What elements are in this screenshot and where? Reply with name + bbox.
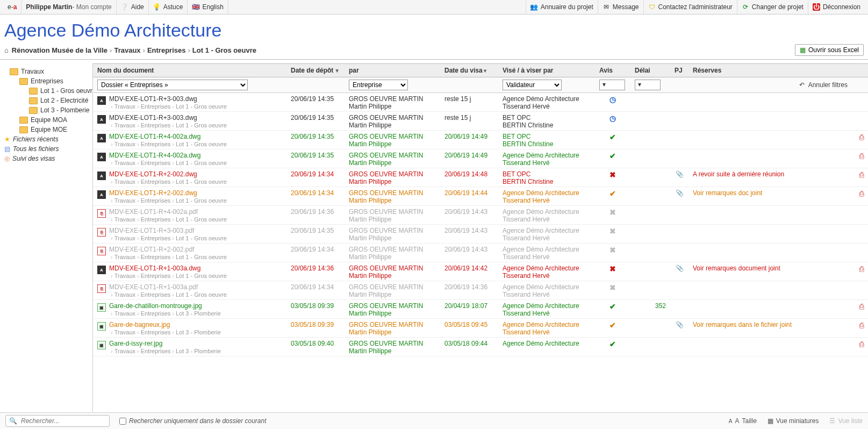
excel-icon: ▦ <box>800 46 806 54</box>
page-title: Agence Démo Architecture <box>0 15 868 44</box>
admin-label: Contactez l'administrateur <box>658 3 733 11</box>
shield-icon: 🛡 <box>648 3 656 11</box>
user-suffix: - Mon compte <box>72 3 111 11</box>
logout-link[interactable]: ⏻ Déconnexion <box>808 0 865 14</box>
breadcrumb-row: ⌂ Rénovation Musée de la Ville› Travaux›… <box>0 44 868 60</box>
breadcrumb: ⌂ Rénovation Musée de la Ville› Travaux›… <box>4 46 256 54</box>
mail-icon: ✉ <box>602 3 610 11</box>
directory-link[interactable]: 👥 Annuaire du projet <box>526 0 598 14</box>
bulb-icon: 💡 <box>153 3 161 11</box>
topbar: e-a Philippe Martin - Mon compte ❔ Aide … <box>0 0 868 15</box>
lang-label: English <box>202 3 223 11</box>
brand-prefix: e- <box>8 3 13 11</box>
power-icon: ⏻ <box>813 3 820 11</box>
switch-project-link[interactable]: ⟳ Changer de projet <box>737 0 808 14</box>
directory-label: Annuaire du projet <box>541 3 593 11</box>
excel-label: Ouvrir sous Excel <box>808 46 859 54</box>
crumb-0[interactable]: Rénovation Musée de la Ville <box>12 46 107 54</box>
crumb-3[interactable]: Lot 1 - Gros oeuvre <box>192 46 256 54</box>
crumb-1[interactable]: Travaux <box>114 46 140 54</box>
user-name: Philippe Martin <box>26 3 72 11</box>
open-excel-button[interactable]: ▦ Ouvrir sous Excel <box>795 44 864 56</box>
tip-label: Astuce <box>163 3 183 11</box>
contact-admin-link[interactable]: 🛡 Contactez l'administrateur <box>643 0 737 14</box>
message-label: Message <box>613 3 639 11</box>
crumb-2[interactable]: Entreprises <box>147 46 186 54</box>
tip-link[interactable]: 💡 Astuce <box>149 0 188 14</box>
language-switch[interactable]: 🇬🇧 English <box>188 0 228 14</box>
brand-suffix: a <box>13 3 17 11</box>
help-label: Aide <box>131 3 144 11</box>
flag-icon: 🇬🇧 <box>192 3 199 11</box>
message-link[interactable]: ✉ Message <box>598 0 643 14</box>
help-link[interactable]: ❔ Aide <box>117 0 149 14</box>
refresh-icon: ⟳ <box>742 3 749 11</box>
account-link[interactable]: Philippe Martin - Mon compte <box>21 0 116 14</box>
help-icon: ❔ <box>121 3 128 11</box>
logout-label: Déconnexion <box>823 3 860 11</box>
home-icon[interactable]: ⌂ <box>4 46 9 54</box>
switch-label: Changer de projet <box>752 3 804 11</box>
people-icon: 👥 <box>530 3 538 11</box>
brand: e-a <box>3 0 21 14</box>
